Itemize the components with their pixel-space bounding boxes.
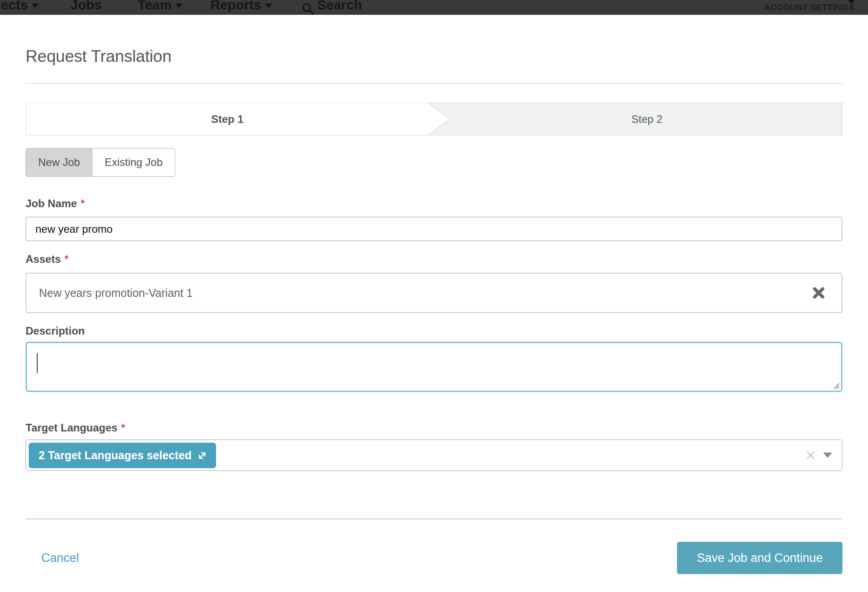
nav-item-label: Reports [210,0,261,14]
required-asterisk: * [121,422,125,434]
assets-label: Assets* [26,253,842,266]
existing-job-button[interactable]: Existing Job [92,148,175,177]
label-text: Target Languages [26,422,117,434]
request-translation-panel: Request Translation Step 1 Step 2 New Jo… [0,46,868,574]
label-text: Assets [26,253,61,265]
nav-item-projects[interactable]: ects [1,0,39,14]
description-textarea[interactable] [26,342,842,392]
step-arrow-shape [429,103,453,135]
description-label: Description [26,325,842,337]
save-job-and-continue-button[interactable]: Save Job and Continue [677,542,842,574]
account-settings-menu[interactable]: ACCOUNT SETTINGS [764,3,855,13]
chevron-down-icon [175,4,182,8]
chevron-down-icon [265,4,272,8]
search-icon [302,1,314,15]
new-job-button[interactable]: New Job [26,148,92,177]
divider [26,83,842,84]
assets-field[interactable]: New years promotion-Variant 1 [26,273,842,313]
languages-selected-text: 2 Target Languages selected [39,449,191,462]
nav-item-label: ects [1,0,28,14]
page-title: Request Translation [26,46,842,67]
select-controls [805,450,832,461]
target-languages-select[interactable]: 2 Target Languages selected [26,440,842,471]
required-asterisk: * [65,253,69,265]
nav-item-search[interactable]: Search [302,0,362,15]
chevron-down-icon [31,4,39,8]
divider [26,518,842,519]
cancel-link[interactable]: Cancel [41,551,79,565]
job-name-input[interactable] [26,217,842,241]
nav-item-reports[interactable]: Reports [210,0,272,14]
nav-item-jobs[interactable]: Jobs [70,0,102,14]
expand-icon [197,451,207,461]
required-asterisk: * [81,197,85,209]
top-nav: ects Jobs Team Reports Search ACCOUNT SE… [0,0,868,15]
nav-items: ects Jobs Team Reports Search [1,0,362,15]
tab-step-2[interactable]: Step 2 [452,103,842,135]
resize-handle-icon[interactable] [832,382,840,390]
form-actions: Cancel Save Job and Continue [26,542,842,574]
nav-item-team[interactable]: Team [138,0,182,14]
tab-step-1[interactable]: Step 1 [26,103,429,135]
dropdown-caret-icon[interactable] [823,453,832,458]
remove-asset-icon[interactable] [812,286,825,300]
nav-item-label: Jobs [70,0,102,14]
nav-item-label: Team [138,0,172,14]
step-wizard: Step 1 Step 2 [26,103,842,135]
label-text: Job Name [26,197,77,209]
languages-selected-pill[interactable]: 2 Target Languages selected [29,443,216,468]
nav-item-label: Search [317,0,362,14]
target-languages-label: Target Languages* [26,422,842,434]
job-name-label: Job Name* [26,197,842,210]
asset-name: New years promotion-Variant 1 [39,287,193,300]
label-text: Description [26,325,85,337]
clear-selection-icon[interactable] [805,450,816,461]
job-type-toggle: New Job Existing Job [26,148,842,177]
text-cursor [37,353,38,373]
